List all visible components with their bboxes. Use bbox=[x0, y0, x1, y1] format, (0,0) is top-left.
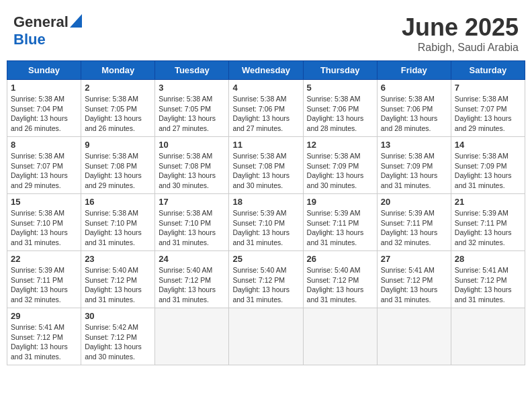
day-number: 25 bbox=[232, 254, 299, 264]
table-row bbox=[229, 308, 303, 365]
day-number: 3 bbox=[159, 83, 225, 93]
day-number: 30 bbox=[85, 311, 151, 321]
day-number: 23 bbox=[85, 254, 151, 264]
calendar-week-row: 29Sunrise: 5:41 AMSunset: 7:12 PMDayligh… bbox=[7, 308, 525, 365]
day-info: Sunrise: 5:39 AMSunset: 7:11 PMDaylight:… bbox=[11, 265, 77, 305]
calendar-week-row: 22Sunrise: 5:39 AMSunset: 7:11 PMDayligh… bbox=[7, 251, 525, 308]
calendar-week-row: 15Sunrise: 5:38 AMSunset: 7:10 PMDayligh… bbox=[7, 194, 525, 251]
day-info: Sunrise: 5:40 AMSunset: 7:12 PMDaylight:… bbox=[159, 265, 225, 305]
table-row: 14Sunrise: 5:38 AMSunset: 7:09 PMDayligh… bbox=[451, 137, 525, 194]
day-info: Sunrise: 5:39 AMSunset: 7:11 PMDaylight:… bbox=[381, 208, 447, 248]
col-saturday: Saturday bbox=[451, 61, 525, 80]
day-number: 18 bbox=[232, 197, 299, 207]
day-number: 11 bbox=[232, 140, 299, 150]
col-thursday: Thursday bbox=[303, 61, 377, 80]
day-number: 2 bbox=[85, 83, 151, 93]
day-info: Sunrise: 5:39 AMSunset: 7:10 PMDaylight:… bbox=[232, 208, 299, 248]
day-number: 26 bbox=[307, 254, 373, 264]
table-row: 5Sunrise: 5:38 AMSunset: 7:06 PMDaylight… bbox=[303, 80, 377, 137]
day-info: Sunrise: 5:38 AMSunset: 7:05 PMDaylight:… bbox=[85, 94, 151, 134]
day-info: Sunrise: 5:38 AMSunset: 7:06 PMDaylight:… bbox=[232, 94, 299, 134]
table-row: 6Sunrise: 5:38 AMSunset: 7:06 PMDaylight… bbox=[377, 80, 451, 137]
day-info: Sunrise: 5:38 AMSunset: 7:06 PMDaylight:… bbox=[381, 94, 447, 134]
day-number: 28 bbox=[455, 254, 521, 264]
table-row: 27Sunrise: 5:41 AMSunset: 7:12 PMDayligh… bbox=[377, 251, 451, 308]
day-info: Sunrise: 5:38 AMSunset: 7:08 PMDaylight:… bbox=[159, 151, 225, 191]
table-row: 15Sunrise: 5:38 AMSunset: 7:10 PMDayligh… bbox=[7, 194, 81, 251]
day-info: Sunrise: 5:38 AMSunset: 7:08 PMDaylight:… bbox=[232, 151, 299, 191]
calendar-table: Sunday Monday Tuesday Wednesday Thursday… bbox=[7, 60, 525, 365]
table-row: 18Sunrise: 5:39 AMSunset: 7:10 PMDayligh… bbox=[229, 194, 303, 251]
col-wednesday: Wednesday bbox=[229, 61, 303, 80]
title-area: June 2025 Rabigh, Saudi Arabia bbox=[402, 13, 519, 54]
table-row: 20Sunrise: 5:39 AMSunset: 7:11 PMDayligh… bbox=[377, 194, 451, 251]
col-sunday: Sunday bbox=[7, 61, 81, 80]
table-row: 1Sunrise: 5:38 AMSunset: 7:04 PMDaylight… bbox=[7, 80, 81, 137]
svg-marker-0 bbox=[70, 14, 82, 28]
logo-blue-text: Blue bbox=[13, 31, 46, 48]
table-row: 19Sunrise: 5:39 AMSunset: 7:11 PMDayligh… bbox=[303, 194, 377, 251]
calendar-week-row: 1Sunrise: 5:38 AMSunset: 7:04 PMDaylight… bbox=[7, 80, 525, 137]
day-number: 20 bbox=[381, 197, 447, 207]
table-row: 9Sunrise: 5:38 AMSunset: 7:08 PMDaylight… bbox=[81, 137, 155, 194]
day-number: 1 bbox=[11, 83, 77, 93]
day-info: Sunrise: 5:41 AMSunset: 7:12 PMDaylight:… bbox=[11, 322, 77, 362]
day-number: 10 bbox=[159, 140, 225, 150]
table-row: 13Sunrise: 5:38 AMSunset: 7:09 PMDayligh… bbox=[377, 137, 451, 194]
day-info: Sunrise: 5:38 AMSunset: 7:10 PMDaylight:… bbox=[85, 208, 151, 248]
day-info: Sunrise: 5:42 AMSunset: 7:12 PMDaylight:… bbox=[85, 322, 151, 362]
day-info: Sunrise: 5:38 AMSunset: 7:09 PMDaylight:… bbox=[307, 151, 373, 191]
day-info: Sunrise: 5:38 AMSunset: 7:10 PMDaylight:… bbox=[11, 208, 77, 248]
table-row: 21Sunrise: 5:39 AMSunset: 7:11 PMDayligh… bbox=[451, 194, 525, 251]
table-row bbox=[451, 308, 525, 365]
logo-icon bbox=[70, 14, 82, 28]
table-row: 2Sunrise: 5:38 AMSunset: 7:05 PMDaylight… bbox=[81, 80, 155, 137]
day-number: 4 bbox=[232, 83, 299, 93]
day-number: 19 bbox=[307, 197, 373, 207]
table-row: 7Sunrise: 5:38 AMSunset: 7:07 PMDaylight… bbox=[451, 80, 525, 137]
day-info: Sunrise: 5:38 AMSunset: 7:05 PMDaylight:… bbox=[159, 94, 225, 134]
day-info: Sunrise: 5:41 AMSunset: 7:12 PMDaylight:… bbox=[381, 265, 447, 305]
table-row bbox=[303, 308, 377, 365]
day-number: 22 bbox=[11, 254, 77, 264]
col-monday: Monday bbox=[81, 61, 155, 80]
month-title: June 2025 bbox=[402, 13, 519, 42]
page-header: General Blue June 2025 Rabigh, Saudi Ara… bbox=[7, 7, 525, 57]
table-row: 8Sunrise: 5:38 AMSunset: 7:07 PMDaylight… bbox=[7, 137, 81, 194]
table-row bbox=[377, 308, 451, 365]
logo: General Blue bbox=[13, 13, 82, 48]
day-info: Sunrise: 5:38 AMSunset: 7:10 PMDaylight:… bbox=[159, 208, 225, 248]
table-row: 12Sunrise: 5:38 AMSunset: 7:09 PMDayligh… bbox=[303, 137, 377, 194]
day-info: Sunrise: 5:39 AMSunset: 7:11 PMDaylight:… bbox=[307, 208, 373, 248]
day-info: Sunrise: 5:40 AMSunset: 7:12 PMDaylight:… bbox=[85, 265, 151, 305]
table-row: 23Sunrise: 5:40 AMSunset: 7:12 PMDayligh… bbox=[81, 251, 155, 308]
table-row: 4Sunrise: 5:38 AMSunset: 7:06 PMDaylight… bbox=[229, 80, 303, 137]
day-number: 8 bbox=[11, 140, 77, 150]
day-number: 14 bbox=[455, 140, 521, 150]
day-number: 17 bbox=[159, 197, 225, 207]
table-row: 10Sunrise: 5:38 AMSunset: 7:08 PMDayligh… bbox=[155, 137, 229, 194]
day-number: 15 bbox=[11, 197, 77, 207]
day-info: Sunrise: 5:38 AMSunset: 7:09 PMDaylight:… bbox=[381, 151, 447, 191]
day-number: 7 bbox=[455, 83, 521, 93]
table-row: 30Sunrise: 5:42 AMSunset: 7:12 PMDayligh… bbox=[81, 308, 155, 365]
day-info: Sunrise: 5:38 AMSunset: 7:09 PMDaylight:… bbox=[455, 151, 521, 191]
table-row: 24Sunrise: 5:40 AMSunset: 7:12 PMDayligh… bbox=[155, 251, 229, 308]
table-row: 3Sunrise: 5:38 AMSunset: 7:05 PMDaylight… bbox=[155, 80, 229, 137]
table-row: 28Sunrise: 5:41 AMSunset: 7:12 PMDayligh… bbox=[451, 251, 525, 308]
table-row: 17Sunrise: 5:38 AMSunset: 7:10 PMDayligh… bbox=[155, 194, 229, 251]
day-number: 21 bbox=[455, 197, 521, 207]
calendar-header-row: Sunday Monday Tuesday Wednesday Thursday… bbox=[7, 61, 525, 80]
day-info: Sunrise: 5:38 AMSunset: 7:07 PMDaylight:… bbox=[11, 151, 77, 191]
day-number: 24 bbox=[159, 254, 225, 264]
col-friday: Friday bbox=[377, 61, 451, 80]
day-number: 5 bbox=[307, 83, 373, 93]
location-title: Rabigh, Saudi Arabia bbox=[402, 42, 519, 54]
table-row bbox=[155, 308, 229, 365]
logo-general-text: General bbox=[13, 13, 69, 31]
day-number: 13 bbox=[381, 140, 447, 150]
table-row: 16Sunrise: 5:38 AMSunset: 7:10 PMDayligh… bbox=[81, 194, 155, 251]
day-number: 12 bbox=[307, 140, 373, 150]
day-number: 16 bbox=[85, 197, 151, 207]
day-info: Sunrise: 5:38 AMSunset: 7:07 PMDaylight:… bbox=[455, 94, 521, 134]
